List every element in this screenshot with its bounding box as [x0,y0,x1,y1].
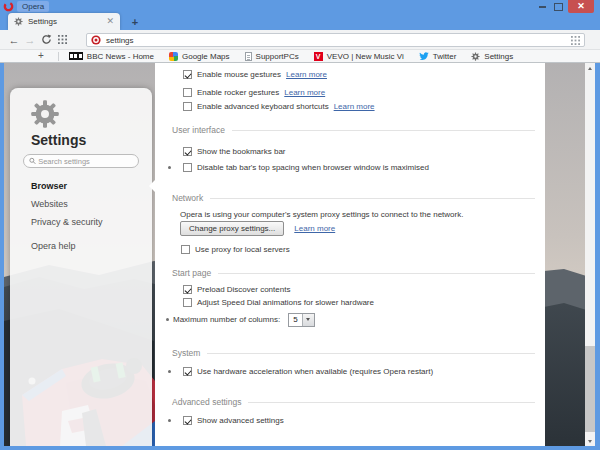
bookmark-item[interactable]: BBC News - Home [69,52,154,61]
setting-row: Show advanced settings [183,415,537,426]
close-icon: ✕ [577,2,585,11]
title-bar: Opera ✕ [0,0,600,13]
section-advanced-settings: Advanced settings [172,396,535,407]
setting-row: Enable rocker gestures Learn more [183,87,537,98]
twitter-bird-icon [419,52,429,61]
checkbox-rocker-gestures[interactable] [183,88,192,97]
checkbox-preload-discover[interactable] [183,285,192,294]
minimize-button[interactable] [536,2,548,11]
bookmark-item[interactable]: V VEVO | New Music Vi [314,52,404,61]
setting-row: Use proxy for local servers [181,244,537,255]
vevo-icon: V [314,52,323,61]
bookmark-item[interactable]: SupportPCs [245,52,299,61]
scrollbar-thumb[interactable] [585,346,595,432]
checkbox-show-advanced-settings[interactable] [183,416,192,425]
search-icon [29,157,36,165]
window-title: Opera [17,1,49,12]
sidebar-item-privacy-security[interactable]: Privacy & security [31,216,103,229]
bookmark-item[interactable]: Settings [471,52,513,61]
bookmark-item[interactable]: Google Maps [169,52,230,61]
setting-row: Preload Discover contents [183,284,537,295]
reload-button[interactable] [38,33,54,47]
bookmark-item[interactable]: Twitter [419,52,457,61]
checkbox-speed-dial-animations[interactable] [183,298,192,307]
page-content: Settings Browser Websites Privacy & secu… [0,63,600,450]
setting-row: Adjust Speed Dial animations for slower … [183,297,537,308]
speed-dial-button[interactable] [54,33,70,47]
dropdown-grid-icon[interactable] [571,36,580,45]
sidebar-title: Settings [31,132,86,148]
tab-settings[interactable]: Settings ✕ [8,13,120,30]
settings-panel: Enable mouse gestures Learn more Enable … [155,63,545,446]
search-input[interactable] [36,156,133,167]
checkbox-mouse-gestures[interactable] [183,70,192,79]
maximize-icon [554,3,563,11]
setting-row: Disable tab bar's top spacing when brows… [183,162,537,173]
section-network: Network [172,192,535,203]
checkbox-keyboard-shortcuts[interactable] [183,102,192,111]
reload-icon [41,34,52,45]
tab-close-icon[interactable]: ✕ [106,17,114,26]
scroll-down-arrow[interactable] [585,436,595,446]
address-bar[interactable]: settings [86,33,585,47]
checkbox-show-bookmarks-bar[interactable] [183,147,192,156]
window-border [595,63,600,450]
minimize-icon [539,6,546,8]
google-maps-icon [169,52,178,61]
window-border [0,446,600,450]
separator [58,52,59,61]
setting-row: Show the bookmarks bar [183,146,537,157]
network-description: Opera is using your computer's system pr… [180,210,463,219]
document-icon [245,52,252,61]
sidebar-item-browser[interactable]: Browser [31,180,67,193]
section-user-interface: User interface [172,124,535,135]
page-scrollbar[interactable] [585,63,595,446]
checkbox-disable-tab-spacing[interactable] [183,163,192,172]
learn-more-link[interactable]: Learn more [284,88,325,97]
address-url[interactable]: settings [106,36,571,45]
gear-icon [14,17,23,26]
setting-row: Enable advanced keyboard shortcuts Learn… [183,101,537,112]
add-bookmark-button[interactable]: + [38,51,44,61]
opera-logo-icon [3,1,14,12]
max-columns-select[interactable]: 5 [288,313,314,327]
tab-label: Settings [28,17,106,26]
learn-more-link[interactable]: Learn more [294,224,335,233]
settings-sidebar: Settings Browser Websites Privacy & secu… [10,88,152,446]
change-proxy-settings-button[interactable]: Change proxy settings... [180,221,284,236]
back-button[interactable]: ← [6,33,22,47]
settings-search[interactable] [23,154,139,168]
learn-more-link[interactable]: Learn more [334,102,375,111]
scroll-up-arrow[interactable] [585,63,595,73]
bbc-icon [69,52,83,60]
navigation-toolbar: ← → settings [0,30,600,50]
grid-icon [58,35,67,44]
section-system: System [172,347,535,358]
maximize-button[interactable] [552,2,564,11]
setting-row: Use hardware acceleration when available… [183,366,537,377]
sidebar-item-websites[interactable]: Websites [31,198,68,211]
bookmarks-bar: + BBC News - Home Google Maps SupportPCs… [0,50,600,63]
setting-row: Maximum number of columns: 5 [173,314,537,325]
network-button-row: Change proxy settings... Learn more [180,221,335,236]
section-start-page: Start page [172,267,535,278]
close-button[interactable]: ✕ [568,0,594,13]
settings-gear-icon [30,99,60,129]
gear-icon [471,52,480,61]
opera-badge-icon [91,35,101,45]
window-border [0,63,4,450]
tab-strip: Settings ✕ + [0,13,600,30]
forward-button[interactable]: → [22,33,38,47]
chevron-down-icon[interactable] [302,314,314,326]
learn-more-link[interactable]: Learn more [286,70,327,79]
sidebar-item-opera-help[interactable]: Opera help [31,240,76,253]
setting-row: Enable mouse gestures Learn more [183,69,537,80]
checkbox-proxy-local-servers[interactable] [181,245,190,254]
checkbox-hardware-acceleration[interactable] [183,367,192,376]
opera-browser-window: Opera ✕ Settings ✕ + ← → [0,0,600,450]
new-tab-button[interactable]: + [128,15,142,28]
